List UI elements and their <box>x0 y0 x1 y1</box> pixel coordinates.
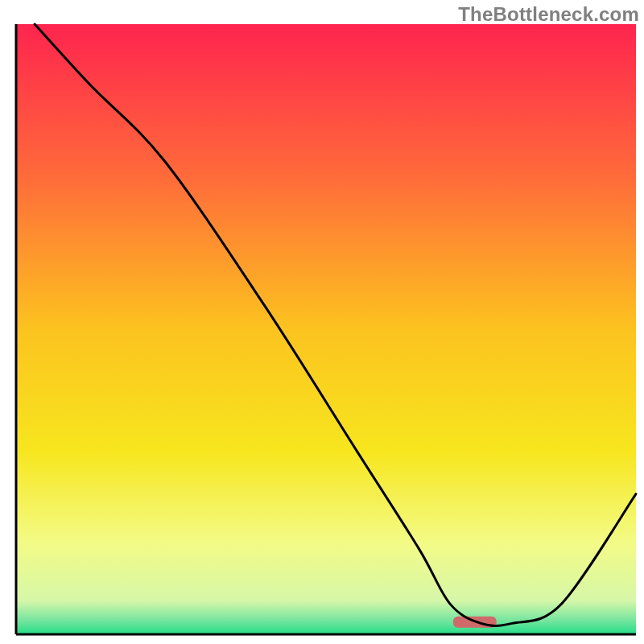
bottleneck-chart <box>0 0 644 644</box>
chart-stage: TheBottleneck.com <box>0 0 644 644</box>
plot-background <box>16 24 636 634</box>
